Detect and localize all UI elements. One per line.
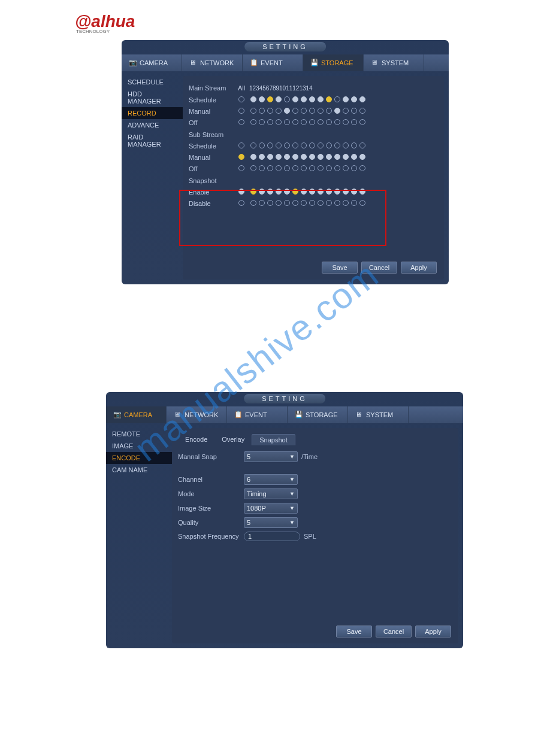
radio-button[interactable] xyxy=(267,154,273,160)
channel-radio[interactable] xyxy=(274,96,283,104)
radio-button[interactable] xyxy=(259,154,265,160)
channel-radio[interactable] xyxy=(308,142,316,150)
channel-radio[interactable] xyxy=(274,165,283,172)
channel-radio[interactable] xyxy=(283,108,291,115)
radio-button[interactable] xyxy=(359,142,365,148)
radio-button[interactable] xyxy=(267,142,273,148)
channel-radio[interactable] xyxy=(333,119,341,126)
cancel-button[interactable]: Cancel xyxy=(376,626,412,637)
radio-button[interactable] xyxy=(284,96,290,102)
radio-button[interactable] xyxy=(259,96,265,102)
all-radio[interactable] xyxy=(234,142,249,150)
channel-radio[interactable] xyxy=(325,142,333,150)
channel-radio[interactable] xyxy=(350,142,358,150)
radio-button[interactable] xyxy=(326,165,332,171)
radio-button[interactable] xyxy=(238,119,244,125)
radio-button[interactable] xyxy=(267,96,273,102)
subtab-snapshot[interactable]: Snapshot xyxy=(252,434,295,445)
channel-radio[interactable] xyxy=(350,108,358,115)
radio-button[interactable] xyxy=(250,119,256,125)
channel-radio[interactable] xyxy=(316,119,325,126)
radio-button[interactable] xyxy=(343,165,349,171)
channel-radio[interactable] xyxy=(325,165,333,172)
radio-button[interactable] xyxy=(359,165,365,171)
radio-button[interactable] xyxy=(284,154,290,160)
radio-button[interactable] xyxy=(284,142,290,148)
channel-radio[interactable] xyxy=(350,154,358,161)
quality-select[interactable]: 5▼ xyxy=(244,517,298,528)
radio-button[interactable] xyxy=(259,119,265,125)
radio-button[interactable] xyxy=(359,119,365,125)
radio-button[interactable] xyxy=(351,154,357,160)
channel-radio[interactable] xyxy=(291,165,300,172)
channel-radio[interactable] xyxy=(316,96,325,104)
channel-radio[interactable] xyxy=(358,96,367,104)
channel-radio[interactable] xyxy=(325,154,333,161)
channel-radio[interactable] xyxy=(350,119,358,126)
channel-radio[interactable] xyxy=(341,119,350,126)
radio-button[interactable] xyxy=(238,154,244,160)
radio-button[interactable] xyxy=(351,119,357,125)
sidebar-item-image[interactable]: IMAGE xyxy=(106,440,172,452)
channel-radio[interactable] xyxy=(266,96,274,104)
radio-button[interactable] xyxy=(326,142,332,148)
save-button[interactable]: Save xyxy=(322,262,358,274)
channel-radio[interactable] xyxy=(258,108,266,115)
radio-button[interactable] xyxy=(326,154,332,160)
image-size-select[interactable]: 1080P▼ xyxy=(244,503,298,514)
radio-button[interactable] xyxy=(250,142,256,148)
channel-radio[interactable] xyxy=(274,154,283,161)
all-radio[interactable] xyxy=(234,96,249,104)
channel-radio[interactable] xyxy=(300,119,308,126)
channel-radio[interactable] xyxy=(266,165,274,172)
channel-radio[interactable] xyxy=(358,119,367,126)
sidebar-item-raid-manager[interactable]: RAID MANAGER xyxy=(122,131,183,150)
channel-radio[interactable] xyxy=(333,165,341,172)
radio-button[interactable] xyxy=(318,154,324,160)
radio-button[interactable] xyxy=(292,165,298,171)
radio-button[interactable] xyxy=(259,108,265,114)
channel-radio[interactable] xyxy=(283,154,291,161)
radio-button[interactable] xyxy=(318,119,324,125)
radio-button[interactable] xyxy=(238,96,244,102)
sidebar-item-record[interactable]: RECORD xyxy=(122,107,183,119)
radio-button[interactable] xyxy=(309,96,315,102)
all-radio[interactable] xyxy=(234,119,249,126)
tab-event[interactable]: 📋EVENT xyxy=(227,406,288,423)
channel-radio[interactable] xyxy=(300,142,308,150)
channel-radio[interactable] xyxy=(358,154,367,161)
channel-radio[interactable] xyxy=(350,96,358,104)
tab-system[interactable]: 🖥SYSTEM xyxy=(364,54,424,71)
channel-radio[interactable] xyxy=(249,108,258,115)
radio-button[interactable] xyxy=(292,142,298,148)
radio-button[interactable] xyxy=(343,142,349,148)
all-radio[interactable] xyxy=(234,154,249,161)
subtab-overlay[interactable]: Overlay xyxy=(214,434,252,445)
channel-radio[interactable] xyxy=(341,142,350,150)
radio-button[interactable] xyxy=(309,154,315,160)
radio-button[interactable] xyxy=(343,96,349,102)
tab-network[interactable]: 🖥NETWORK xyxy=(182,54,243,71)
channel-radio[interactable] xyxy=(325,119,333,126)
channel-radio[interactable] xyxy=(258,165,266,172)
channel-radio[interactable] xyxy=(266,142,274,150)
radio-button[interactable] xyxy=(250,108,256,114)
radio-button[interactable] xyxy=(276,119,282,125)
channel-radio[interactable] xyxy=(249,96,258,104)
channel-radio[interactable] xyxy=(249,142,258,150)
channel-radio[interactable] xyxy=(341,96,350,104)
radio-button[interactable] xyxy=(301,154,307,160)
all-radio[interactable] xyxy=(234,165,249,172)
sidebar-item-advance[interactable]: ADVANCE xyxy=(122,119,183,131)
radio-button[interactable] xyxy=(276,108,282,114)
channel-radio[interactable] xyxy=(316,142,325,150)
radio-button[interactable] xyxy=(309,142,315,148)
radio-button[interactable] xyxy=(238,108,244,114)
save-button[interactable]: Save xyxy=(336,626,372,637)
channel-radio[interactable] xyxy=(300,165,308,172)
radio-button[interactable] xyxy=(284,108,290,114)
apply-button[interactable]: Apply xyxy=(401,262,437,274)
channel-radio[interactable] xyxy=(249,165,258,172)
radio-button[interactable] xyxy=(334,96,340,102)
channel-radio[interactable] xyxy=(291,154,300,161)
